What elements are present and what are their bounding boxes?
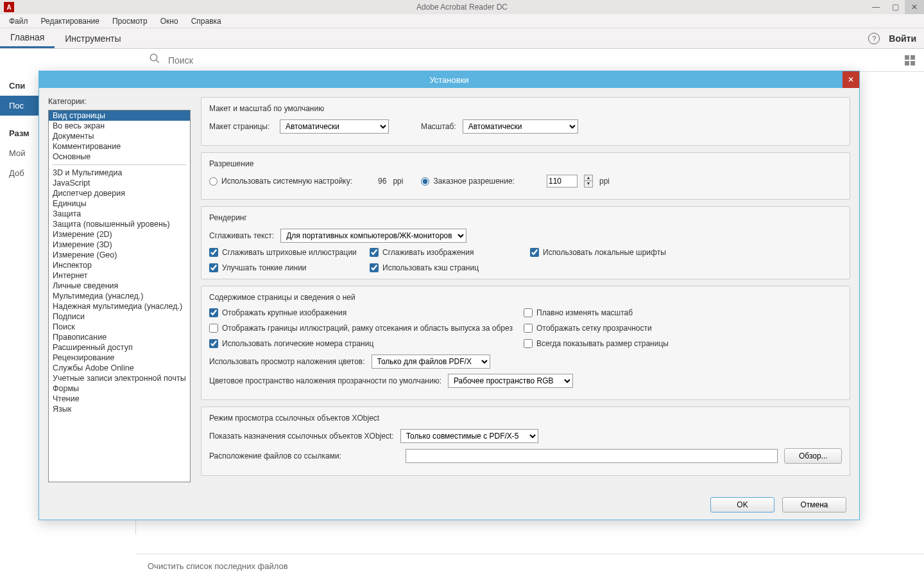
smooth-zoom-checkbox[interactable]: Плавно изменять масштаб xyxy=(524,308,716,317)
category-item[interactable]: Рецензирование xyxy=(49,353,190,363)
smooth-text-select[interactable]: Для портативных компьютеров/ЖК-мониторов xyxy=(280,229,466,243)
overprint-select[interactable]: Только для файлов PDF/X xyxy=(372,355,490,369)
category-item[interactable]: Диспетчер доверия xyxy=(49,188,190,198)
page-cache-checkbox[interactable]: Использовать кэш страниц xyxy=(370,263,530,272)
clear-recent-link[interactable]: Очистить список последних файлов xyxy=(148,561,288,571)
categories-label: Категории: xyxy=(48,97,191,106)
category-item[interactable]: Измерение (Geo) xyxy=(49,250,190,260)
categories-list[interactable]: Вид страницы Во весь экран Документы Ком… xyxy=(48,110,191,482)
menu-edit[interactable]: Редактирование xyxy=(35,15,106,27)
category-item[interactable]: Службы Adobe Online xyxy=(49,363,190,373)
group-xobject: Режим просмотра ссылочных объектов XObje… xyxy=(201,407,850,476)
category-item[interactable]: Формы xyxy=(49,383,190,394)
search-bar xyxy=(136,49,924,72)
category-item[interactable]: Подписи xyxy=(49,311,190,322)
category-item[interactable]: Расширенный доступ xyxy=(49,342,190,353)
local-fonts-checkbox[interactable]: Использовать локальные шрифты xyxy=(530,248,690,257)
minimize-button[interactable]: — xyxy=(866,0,886,14)
group-rendering: Рендеринг Сглаживать текст: Для портатив… xyxy=(201,206,850,279)
category-item[interactable]: Личные сведения xyxy=(49,281,190,291)
category-item[interactable]: Защита (повышенный уровень) xyxy=(49,219,190,229)
category-item[interactable]: Правописание xyxy=(49,332,190,342)
logical-page-num-checkbox[interactable]: Использовать логические номера страниц xyxy=(209,339,524,348)
resolution-spinner[interactable]: ▲▼ xyxy=(584,175,593,188)
category-item[interactable]: Язык xyxy=(49,404,190,414)
category-item[interactable]: Измерение (3D) xyxy=(49,240,190,250)
xobject-location-label: Расположение файлов со ссылками: xyxy=(209,451,341,460)
menu-help[interactable]: Справка xyxy=(185,15,228,27)
custom-resolution-input[interactable] xyxy=(547,175,578,188)
custom-resolution-radio[interactable]: Заказное разрешение: xyxy=(421,177,515,186)
group-title: Режим просмотра ссылочных объектов XObje… xyxy=(209,414,842,423)
tab-bar: Главная Инструменты ? Войти xyxy=(0,28,924,49)
svg-point-0 xyxy=(150,54,157,61)
dialog-titlebar: Установки ✕ xyxy=(39,71,859,88)
transparency-grid-checkbox[interactable]: Отображать сетку прозрачности xyxy=(524,324,716,333)
window-title: Adobe Acrobat Reader DC xyxy=(416,3,508,12)
large-images-checkbox[interactable]: Отображать крупные изображения xyxy=(209,308,524,317)
category-item[interactable]: Инспектор xyxy=(49,260,190,270)
group-title: Макет и масштаб по умолчанию xyxy=(209,104,842,113)
ppi-unit: ppi xyxy=(599,177,610,186)
ok-button[interactable]: OK xyxy=(710,497,774,512)
preferences-dialog: Установки ✕ Категории: Вид страницы Во в… xyxy=(38,71,860,520)
svg-line-1 xyxy=(156,60,159,63)
menu-file[interactable]: Файл xyxy=(3,15,35,27)
overprint-label: Использовать просмотр наложения цветов: xyxy=(209,357,365,366)
category-item[interactable]: Вид страницы xyxy=(49,110,190,121)
menu-view[interactable]: Просмотр xyxy=(106,15,154,27)
category-item[interactable]: Чтение xyxy=(49,394,190,404)
login-button[interactable]: Войти xyxy=(889,33,916,44)
category-item[interactable]: Единицы xyxy=(49,198,190,209)
enhance-lines-checkbox[interactable]: Улучшать тонкие линии xyxy=(209,263,370,272)
close-icon[interactable]: ✕ xyxy=(843,71,859,88)
group-title: Разрешение xyxy=(209,159,842,168)
xobject-location-input[interactable] xyxy=(406,449,778,463)
category-item[interactable]: Основные xyxy=(49,152,190,162)
settings-panel: Макет и масштаб по умолчанию Макет стран… xyxy=(201,97,850,477)
category-item[interactable]: Защита xyxy=(49,209,190,219)
category-item[interactable]: 3D и Мультимедиа xyxy=(49,168,190,178)
category-item[interactable]: JavaScript xyxy=(49,178,190,188)
group-content: Содержимое страницы и сведения о ней Ото… xyxy=(201,286,850,400)
smooth-lineart-checkbox[interactable]: Сглаживать штриховые иллюстрации xyxy=(209,248,370,257)
system-resolution-radio[interactable]: Использовать системную настройку: xyxy=(209,177,352,186)
category-item[interactable]: Надежная мультимедиа (унаслед.) xyxy=(49,301,190,311)
category-item[interactable]: Документы xyxy=(49,131,190,141)
page-layout-select[interactable]: Автоматически xyxy=(280,119,389,134)
category-item[interactable]: Измерение (2D) xyxy=(49,229,190,240)
category-item[interactable]: Комментирование xyxy=(49,141,190,152)
xobject-target-select[interactable]: Только совместимые с PDF/X-5 xyxy=(400,429,538,443)
colorspace-label: Цветовое пространство наложения прозрачн… xyxy=(209,376,441,385)
page-layout-label: Макет страницы: xyxy=(209,122,273,131)
art-bounds-checkbox[interactable]: Отображать границы иллюстраций, рамку от… xyxy=(209,324,524,333)
titlebar: A Adobe Acrobat Reader DC — ▢ ✕ xyxy=(0,0,924,14)
maximize-button[interactable]: ▢ xyxy=(886,0,905,14)
window-controls: — ▢ ✕ xyxy=(866,0,924,14)
dialog-footer: OK Отмена xyxy=(39,490,859,520)
tab-main[interactable]: Главная xyxy=(0,28,55,48)
category-item[interactable]: Во весь экран xyxy=(49,121,190,131)
always-show-size-checkbox[interactable]: Всегда показывать размер страницы xyxy=(524,339,716,348)
divider xyxy=(53,164,186,165)
app-icon: A xyxy=(4,2,14,12)
group-resolution: Разрешение Использовать системную настро… xyxy=(201,152,850,200)
category-item[interactable]: Поиск xyxy=(49,322,190,332)
grid-view-icon[interactable] xyxy=(905,55,915,66)
cancel-button[interactable]: Отмена xyxy=(782,497,846,512)
menu-window[interactable]: Окно xyxy=(154,15,185,27)
search-input[interactable] xyxy=(168,55,361,66)
smooth-text-label: Сглаживать текст: xyxy=(209,231,274,240)
colorspace-select[interactable]: Рабочее пространство RGB xyxy=(448,374,573,388)
help-icon[interactable]: ? xyxy=(868,33,880,44)
group-title: Рендеринг xyxy=(209,213,842,222)
zoom-select[interactable]: Автоматически xyxy=(463,119,578,134)
category-item[interactable]: Мультимедиа (унаслед.) xyxy=(49,291,190,301)
xobject-target-label: Показать назначения ссылочных объектов X… xyxy=(209,432,394,441)
category-item[interactable]: Учетные записи электронной почты xyxy=(49,373,190,383)
browse-button[interactable]: Обзор... xyxy=(784,448,842,464)
close-button[interactable]: ✕ xyxy=(905,0,924,14)
smooth-images-checkbox[interactable]: Сглаживать изображения xyxy=(370,248,530,257)
tab-tools[interactable]: Инструменты xyxy=(55,28,131,48)
category-item[interactable]: Интернет xyxy=(49,270,190,281)
